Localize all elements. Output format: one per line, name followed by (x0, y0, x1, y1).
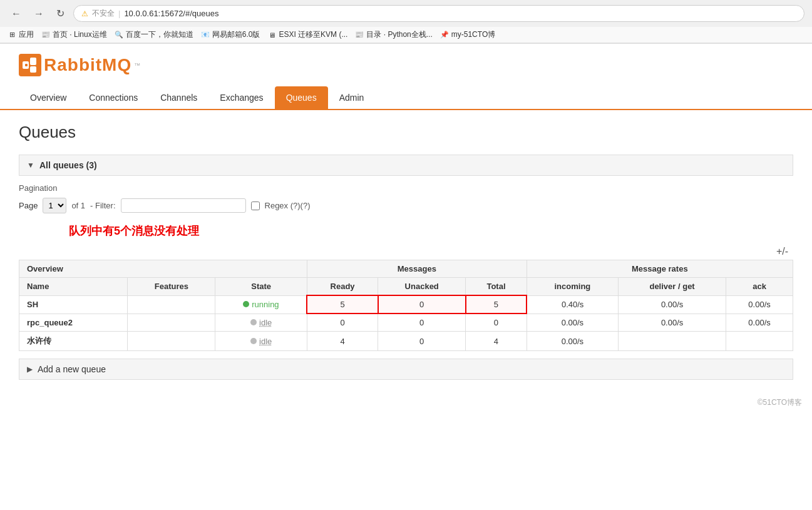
logo-icon (19, 54, 41, 76)
state-dot-green-icon (243, 301, 249, 307)
state-idle: idle (259, 318, 272, 327)
back-button[interactable]: ← (8, 7, 25, 21)
bookmark-item[interactable]: 🖥ESXI 迁移至KVM (... (267, 29, 347, 40)
address-url: 10.0.0.61:15672/#/queues (124, 9, 218, 18)
filter-input[interactable] (121, 198, 246, 213)
col-header-features: Features (128, 278, 215, 296)
pagination-section: Pagination Page 1 of 1 - Filter: Regex (… (19, 183, 793, 213)
nav-item-connections[interactable]: Connections (78, 86, 149, 109)
nav-item-admin[interactable]: Admin (328, 86, 376, 109)
state-running: running (252, 300, 279, 309)
cell-incoming: 0.00/s (527, 314, 618, 332)
bookmark-item[interactable]: 📰首页 · Linux运维 (41, 29, 107, 40)
nav-item-channels[interactable]: Channels (149, 86, 208, 109)
bookmark-icon: 📰 (41, 31, 50, 39)
address-separator: | (118, 9, 120, 18)
filter-label: - Filter: (90, 201, 115, 210)
logo-tm: ™ (134, 62, 140, 69)
cell-ack: 0.00/s (726, 295, 793, 314)
col-header-incoming: incoming (527, 278, 618, 296)
main-content: Queues ▼ All queues (3) Pagination Page … (0, 110, 812, 392)
pagination-of: of 1 (71, 201, 85, 210)
cell-ack (726, 332, 793, 351)
cell-state: running (215, 295, 307, 314)
state-dot-gray-icon (250, 338, 257, 344)
cell-unacked: 0 (378, 295, 466, 314)
nav-item-queues[interactable]: Queues (275, 86, 328, 109)
section-title: All queues (3) (39, 160, 97, 170)
cell-features (128, 314, 215, 332)
browser-chrome: ← → ↻ ⚠ 不安全 | 10.0.0.61:15672/#/queues ⊞… (0, 0, 812, 44)
cell-ready: 4 (307, 332, 378, 351)
add-queue-label: Add a new queue (38, 364, 106, 374)
forward-button[interactable]: → (30, 7, 48, 21)
cell-features (128, 332, 215, 351)
cell-name: rpc_queue2 (19, 314, 128, 332)
bookmark-item[interactable]: 🔍百度一下，你就知道 (115, 29, 193, 40)
cell-ready: 0 (307, 314, 378, 332)
cell-incoming: 0.40/s (527, 295, 618, 314)
col-header-deliver-get: deliver / get (619, 278, 726, 296)
bookmark-icon: 📰 (355, 31, 364, 39)
nav-bar: OverviewConnectionsChannelsExchangesQueu… (0, 86, 812, 110)
col-header-state: State (215, 278, 307, 296)
queue-table-container: +/- Overview Messages Message rates Name… (19, 243, 793, 351)
pagination-controls: Page 1 of 1 - Filter: Regex (?)(?) (19, 198, 793, 213)
col-group-messages: Messages (307, 260, 527, 278)
cell-total: 4 (466, 332, 527, 351)
cell-ack: 0.00/s (726, 314, 793, 332)
cell-deliver-get: 0.00/s (619, 314, 726, 332)
nav-item-overview[interactable]: Overview (19, 86, 78, 109)
bookmark-item[interactable]: 📌my-51CTO博 (440, 29, 495, 40)
cell-total: 5 (466, 295, 527, 314)
col-header-ready: Ready (307, 278, 378, 296)
nav-item-exchanges[interactable]: Exchanges (208, 86, 274, 109)
app-header: RabbitMQ ™ (0, 44, 812, 76)
cell-deliver-get: 0.00/s (619, 295, 726, 314)
bookmark-icon: ⊞ (8, 31, 16, 39)
table-row: SH running 5 0 5 0.40/s 0.00/s 0.00/s (19, 295, 793, 314)
plus-minus-button[interactable]: +/- (771, 243, 793, 260)
logo-text: RabbitMQ (44, 55, 131, 75)
page-title: Queues (19, 123, 793, 142)
section-arrow-icon: ▼ (27, 161, 34, 170)
svg-rect-2 (30, 66, 36, 73)
bookmark-icon: 📌 (440, 31, 449, 39)
bookmark-item[interactable]: 📧网易邮箱6.0版 (201, 29, 260, 40)
bookmark-item[interactable]: ⊞应用 (8, 29, 34, 40)
regex-checkbox[interactable] (251, 201, 260, 210)
bookmark-item[interactable]: 📰目录 · Python全栈... (355, 29, 432, 40)
table-row: 水许传 idle 4 0 4 0.00/s (19, 332, 793, 351)
cell-state: idle (215, 314, 307, 332)
cell-deliver-get (619, 332, 726, 351)
page-label: Page (19, 201, 38, 210)
svg-rect-3 (25, 64, 28, 66)
bookmarks-bar: ⊞应用📰首页 · Linux运维🔍百度一下，你就知道📧网易邮箱6.0版🖥ESXI… (0, 27, 812, 43)
browser-toolbar: ← → ↻ ⚠ 不安全 | 10.0.0.61:15672/#/queues (0, 0, 812, 27)
pagination-label: Pagination (19, 183, 793, 193)
bookmark-icon: 📧 (201, 31, 210, 39)
bookmark-icon: 🔍 (115, 31, 123, 39)
cell-unacked: 0 (378, 314, 466, 332)
page-select[interactable]: 1 (43, 198, 66, 213)
footer-text: ©51CTO博客 (758, 398, 802, 407)
col-header-ack: ack (726, 278, 793, 296)
address-bar[interactable]: ⚠ 不安全 | 10.0.0.61:15672/#/queues (73, 5, 804, 22)
regex-label: Regex (?)(?) (265, 201, 311, 210)
insecure-label: 不安全 (92, 8, 115, 19)
cell-features (128, 295, 215, 314)
cell-unacked: 0 (378, 332, 466, 351)
cell-name: SH (19, 295, 128, 314)
footer: ©51CTO博客 (0, 392, 812, 413)
state-dot-gray-icon (250, 319, 257, 325)
col-header-name: Name (19, 278, 128, 296)
all-queues-section-header[interactable]: ▼ All queues (3) (19, 155, 793, 176)
annotation-text: 队列中有5个消息没有处理 (69, 223, 793, 238)
col-header-total: Total (466, 278, 527, 296)
reload-button[interactable]: ↻ (53, 6, 68, 21)
add-queue-arrow-icon: ▶ (27, 365, 33, 374)
add-queue-header[interactable]: ▶ Add a new queue (19, 359, 793, 380)
col-header-unacked: Unacked (378, 278, 466, 296)
queue-table: Overview Messages Message rates Name Fea… (19, 260, 793, 351)
rabbitmq-logo: RabbitMQ ™ (19, 54, 793, 76)
